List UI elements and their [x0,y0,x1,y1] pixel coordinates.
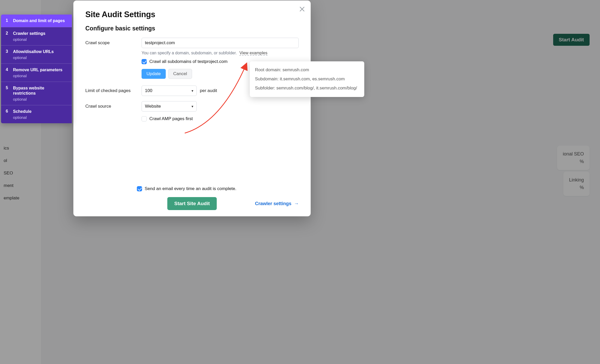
crawl-subdomains-checkbox[interactable] [142,59,147,64]
arrow-right-icon: → [294,201,299,206]
next-step-link[interactable]: Crawler settings → [255,201,299,206]
update-button[interactable]: Update [142,69,166,79]
wizard-step-2[interactable]: 2Crawler settingsoptional [1,27,72,45]
wizard-step-4[interactable]: 4Remove URL parametersoptional [1,63,72,82]
step-title: Remove URL parameters [13,67,62,73]
start-site-audit-button[interactable]: Start Site Audit [167,197,217,210]
crawl-subdomains-label: Crawl all subdomains of testproject.com [149,59,227,64]
examples-tooltip: Root domain: semrush.com Subdomain: it.s… [250,61,364,97]
step-number: 3 [6,49,9,60]
bg-nav-item: ol [4,158,38,164]
wizard-steps: 1Domain and limit of pages2Crawler setti… [1,15,72,123]
step-title: Allow/disallow URLs [13,49,54,54]
bg-nav-item: SEO [4,171,38,177]
wizard-step-1[interactable]: 1Domain and limit of pages [1,15,72,27]
crawl-amp-checkbox[interactable] [142,116,147,121]
limit-label: Limit of checked pages [85,86,137,93]
bg-nav-item: ment [4,183,38,189]
tooltip-line: Root domain: semrush.com [255,66,359,75]
email-notify-label: Send an email every time an audit is com… [145,186,236,191]
close-icon[interactable] [299,6,305,12]
crawl-amp-label: Crawl AMP pages first [149,116,193,121]
step-title: Crawler settings [13,31,45,36]
crawl-scope-input[interactable] [142,38,299,48]
modal-subtitle: Configure basic settings [85,25,299,32]
modal-title: Site Audit Settings [85,10,299,19]
bg-card-linking: Linking % [563,172,590,196]
tooltip-line: Subfolder: semrush.com/blog/, it.semrush… [255,84,359,93]
step-optional: optional [13,97,68,101]
step-optional: optional [13,115,31,120]
crawl-source-select[interactable]: Website ▾ [142,101,197,112]
step-number: 2 [6,31,9,42]
bg-start-audit-button[interactable]: Start Audit [553,34,590,46]
limit-select[interactable]: 100 ▾ [142,86,197,96]
wizard-step-5[interactable]: 5Bypass website restrictionsoptional [1,82,72,105]
wizard-step-3[interactable]: 3Allow/disallow URLsoptional [1,45,72,63]
chevron-down-icon: ▾ [192,89,193,93]
step-number: 5 [6,86,9,101]
step-number: 6 [6,109,9,120]
step-title: Bypass website restrictions [13,86,68,96]
chevron-down-icon: ▾ [192,104,193,108]
step-title: Domain and limit of pages [13,18,65,23]
email-notify-checkbox[interactable] [137,186,142,191]
bg-nav-item: ics [4,146,38,152]
crawl-scope-hint: You can specify a domain, subdomain, or … [142,51,299,55]
step-number: 4 [6,67,9,78]
view-examples-link[interactable]: View examples [239,51,267,56]
step-number: 1 [6,18,9,23]
step-optional: optional [13,55,54,60]
step-optional: optional [13,74,62,78]
crawl-source-label: Crawl source [85,101,137,109]
bg-card-international-seo: ional SEO % [557,146,590,170]
bg-nav-item: emplate [4,196,38,202]
wizard-step-6[interactable]: 6Scheduleoptional [1,105,72,123]
tooltip-line: Subdomain: it.semrush.com, es.semrush.co… [255,75,359,84]
limit-suffix: per audit [200,88,217,93]
step-optional: optional [13,37,45,42]
step-title: Schedule [13,109,31,114]
cancel-button[interactable]: Cancel [168,69,192,79]
crawl-scope-label: Crawl scope [85,38,137,46]
settings-modal: Site Audit Settings Configure basic sett… [73,1,311,216]
